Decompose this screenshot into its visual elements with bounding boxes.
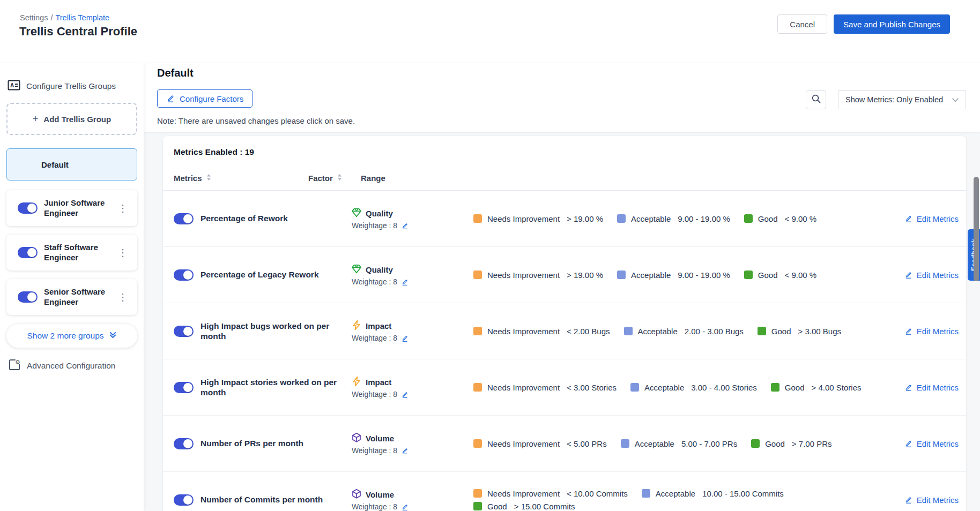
- sidebar-group-card[interactable]: Staff Software Engineer ⋮: [6, 235, 137, 270]
- kebab-menu-icon[interactable]: ⋮: [115, 201, 131, 215]
- topbar-actions: Cancel Save and Publish Changes: [777, 14, 950, 34]
- vertical-scrollbar-thumb[interactable]: [974, 177, 979, 281]
- volume-factor-icon: [351, 489, 362, 501]
- configure-factors-button[interactable]: Configure Factors: [157, 89, 253, 108]
- breadcrumb-settings[interactable]: Settings: [20, 13, 48, 22]
- add-trellis-group-button[interactable]: + Add Trellis Group: [6, 103, 137, 135]
- factor-cell: Impact Weightage : 8: [351, 376, 442, 399]
- sidebar-group-card[interactable]: Senior Software Engineer ⋮: [6, 279, 137, 315]
- factor-column-label: Factor: [308, 174, 333, 183]
- column-header-factor[interactable]: Factor: [308, 174, 361, 183]
- edit-metrics-link[interactable]: Edit Metrics: [904, 495, 959, 505]
- range-label: Needs Improvement: [487, 489, 560, 498]
- pencil-icon: [904, 384, 912, 392]
- configure-trellis-groups-header: A Configure Trellis Groups: [8, 79, 116, 94]
- group-enabled-toggle[interactable]: [18, 202, 38, 214]
- range-value: < 10.00 Commits: [567, 489, 628, 498]
- factor-weightage: Weightage : 8: [352, 390, 397, 399]
- group-enabled-toggle[interactable]: [18, 247, 38, 258]
- range-color-swatch: [473, 214, 482, 223]
- factor-name: Impact: [366, 321, 391, 330]
- show-metrics-dropdown[interactable]: Show Metrics: Only Enabled: [838, 90, 966, 109]
- volume-factor-icon: [351, 432, 362, 445]
- range-item: Acceptable 2.00 - 3.00 Bugs: [624, 327, 744, 336]
- metric-enabled-toggle[interactable]: [174, 326, 194, 337]
- kebab-menu-icon[interactable]: ⋮: [115, 246, 131, 260]
- range-color-swatch: [771, 383, 779, 392]
- factor-cell: Quality Weightage : 8: [351, 264, 442, 286]
- range-label: Acceptable: [638, 327, 678, 336]
- toggle-knob: [27, 248, 36, 257]
- range-color-swatch: [473, 270, 482, 279]
- range-item: Good > 15.00 Commits: [473, 502, 575, 511]
- metric-enabled-toggle[interactable]: [174, 213, 194, 224]
- metric-enabled-toggle[interactable]: [174, 269, 194, 281]
- factor-weightage: Weightage : 8: [352, 222, 397, 230]
- main-content: Default Configure Factors Note: There ar…: [144, 63, 980, 511]
- range-label: Needs Improvement: [487, 439, 560, 448]
- factor-name: Quality: [366, 209, 393, 218]
- edit-weightage-pencil-icon[interactable]: [401, 222, 409, 230]
- edit-weightage-pencil-icon[interactable]: [401, 391, 409, 399]
- group-name: Junior Software Engineer: [44, 198, 108, 218]
- group-enabled-toggle[interactable]: [18, 291, 38, 303]
- group-list: Junior Software Engineer ⋮ Staff Softwar…: [6, 190, 137, 315]
- show-more-groups-button[interactable]: Show 2 more groups: [6, 324, 137, 348]
- factor-name: Impact: [366, 378, 391, 387]
- toggle-knob: [183, 495, 192, 505]
- sidebar-item-default-group[interactable]: Default: [6, 148, 137, 181]
- search-button[interactable]: [806, 90, 826, 109]
- range-item: Good < 9.00 %: [744, 270, 816, 280]
- save-and-publish-button[interactable]: Save and Publish Changes: [834, 14, 950, 34]
- app-window: Settings/Trellis Template Trellis Centra…: [0, 0, 980, 511]
- default-group-label: Default: [41, 160, 69, 169]
- page-title: Trellis Central Profile: [19, 25, 137, 39]
- box-gear-icon: ⚙: [8, 358, 21, 373]
- show-more-groups-label: Show 2 more groups: [27, 331, 103, 341]
- kebab-menu-icon[interactable]: ⋮: [115, 290, 131, 304]
- svg-text:A: A: [10, 82, 14, 88]
- range-color-swatch: [473, 489, 482, 498]
- factor-weightage: Weightage : 8: [352, 334, 397, 342]
- edit-metrics-link[interactable]: Edit Metrics: [904, 214, 959, 223]
- range-value: < 9.00 %: [785, 214, 817, 223]
- advanced-configuration-button[interactable]: ⚙ Advanced Configuration: [8, 358, 115, 373]
- quality-factor-icon: [351, 207, 362, 220]
- content-header: Default Configure Factors Note: There ar…: [144, 63, 980, 132]
- chevron-down-icon: [952, 95, 959, 104]
- factor-cell: Quality Weightage : 8: [351, 207, 442, 230]
- metric-name: Percentage of Rework: [201, 213, 293, 223]
- edit-metrics-link[interactable]: Edit Metrics: [904, 270, 959, 280]
- breadcrumb-separator: /: [50, 13, 53, 22]
- toggle-knob: [183, 270, 192, 280]
- range-item: Good > 4.00 Stories: [771, 383, 862, 392]
- range-label: Good: [771, 327, 791, 336]
- factor-name: Volume: [366, 434, 394, 443]
- cancel-button[interactable]: Cancel: [777, 14, 827, 34]
- range-color-swatch: [630, 383, 639, 392]
- edit-metrics-label: Edit Metrics: [917, 270, 959, 280]
- breadcrumb-trellis-template[interactable]: Trellis Template: [55, 13, 109, 22]
- edit-metrics-link[interactable]: Edit Metrics: [904, 383, 959, 392]
- column-header-metrics[interactable]: Metrics: [174, 174, 308, 183]
- range-item: Needs Improvement < 5.00 PRs: [473, 439, 607, 448]
- range-label: Acceptable: [631, 214, 671, 223]
- edit-weightage-pencil-icon[interactable]: [401, 335, 409, 342]
- range-item: Acceptable 3.00 - 4.00 Stories: [630, 383, 757, 392]
- edit-weightage-pencil-icon[interactable]: [401, 279, 409, 286]
- metric-enabled-toggle[interactable]: [174, 438, 194, 449]
- range-list: Needs Improvement < 3.00 Stories Accepta…: [473, 383, 904, 392]
- metric-enabled-toggle[interactable]: [174, 494, 194, 506]
- edit-weightage-pencil-icon[interactable]: [401, 504, 409, 511]
- edit-weightage-pencil-icon[interactable]: [401, 447, 409, 455]
- edit-metrics-link[interactable]: Edit Metrics: [904, 327, 959, 336]
- range-color-swatch: [744, 214, 753, 223]
- pencil-icon: [166, 94, 175, 103]
- metric-enabled-toggle[interactable]: [174, 382, 194, 393]
- edit-metrics-link[interactable]: Edit Metrics: [904, 439, 959, 448]
- metric-cell: Percentage of Rework: [174, 213, 351, 224]
- edit-metrics-label: Edit Metrics: [917, 439, 959, 448]
- unsaved-changes-note: Note: There are unsaved changes please c…: [157, 116, 355, 125]
- sidebar-group-card[interactable]: Junior Software Engineer ⋮: [6, 190, 137, 226]
- sort-icon: [337, 174, 342, 183]
